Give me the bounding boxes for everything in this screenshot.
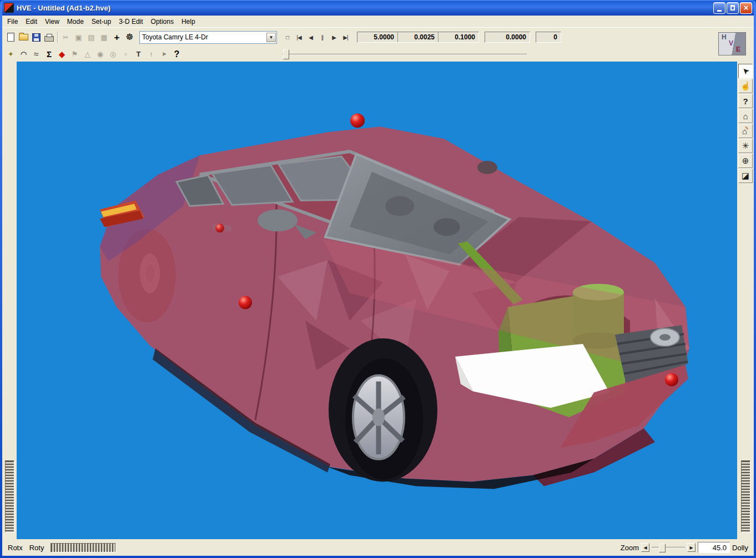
app-icon	[4, 3, 14, 13]
menu-edit[interactable]: Edit	[22, 17, 41, 27]
current-time-field[interactable]: 0.0000	[485, 32, 530, 43]
app-window: HVE - Untitled (Ad1-b2.hve) × File Edit …	[0, 0, 756, 558]
go-to-end-button[interactable]: ▶|	[340, 32, 351, 43]
menu-3d-edit[interactable]: 3-D Edit	[115, 17, 147, 27]
menu-options[interactable]: Options	[147, 17, 178, 27]
viewer-help-button[interactable]: ?	[738, 94, 753, 108]
burst-icon: ✳	[742, 141, 749, 151]
toolbar-separator	[57, 32, 58, 43]
camera-type-button[interactable]: ◪	[738, 169, 753, 183]
end-time-field[interactable]: 5.0000	[357, 32, 397, 42]
save-button[interactable]	[30, 31, 43, 43]
left-gutter	[2, 62, 17, 539]
grid-tool-button[interactable]: ▫	[119, 48, 132, 60]
minimize-button[interactable]	[713, 2, 725, 14]
ring-icon: ◎	[110, 50, 116, 58]
zoom-in-button[interactable]: ▶	[687, 543, 695, 552]
save-disk-icon	[32, 33, 41, 42]
warning-tool-button[interactable]: △	[81, 48, 94, 60]
step-back-button[interactable]: ◀	[305, 32, 316, 43]
text-tool-button[interactable]: T	[132, 48, 145, 60]
logo-letter-h: H	[722, 33, 727, 41]
waves-icon: ≈	[34, 50, 39, 59]
view-mode-button[interactable]: ☝	[738, 79, 753, 93]
open-file-button[interactable]	[17, 31, 30, 43]
zoom-slider[interactable]	[652, 543, 685, 552]
red-diamond-icon: ◆	[59, 50, 65, 58]
menu-file[interactable]: File	[3, 17, 22, 27]
close-button[interactable]: ×	[740, 2, 752, 14]
ring-tool-button[interactable]: ◎	[107, 48, 119, 60]
raise-tool-button[interactable]: ↑	[145, 48, 158, 60]
context-help-button[interactable]: ?	[170, 48, 183, 60]
new-file-button[interactable]	[4, 31, 17, 43]
rotx-thumbwheel[interactable]	[5, 460, 14, 532]
time-slider-track[interactable]	[283, 54, 527, 55]
flag-tool-button[interactable]: ⚑	[68, 48, 81, 60]
trajectory-tool-button[interactable]: ◠	[17, 48, 30, 60]
logo-letter-e: E	[736, 45, 740, 53]
add-object-button[interactable]: +	[110, 31, 123, 43]
zoom-label: Zoom	[621, 544, 639, 552]
cut-icon: ✂	[63, 34, 69, 41]
zoom-right-icon: ▶	[690, 545, 693, 550]
pencil-badge-icon: ✎	[745, 126, 749, 131]
variable-output-button[interactable]: Σ	[43, 48, 56, 60]
zoom-controls: Zoom ◀ ▶ 45.0 Dolly	[621, 542, 748, 553]
paste-button[interactable]: ▤	[85, 31, 98, 43]
set-home-view-button[interactable]: ⌂✎	[738, 124, 753, 138]
properties-button[interactable]: ▦	[98, 31, 110, 43]
small-square-icon: ▫	[124, 50, 127, 58]
zoom-out-button[interactable]: ◀	[641, 543, 649, 552]
seek-button[interactable]: ⊕	[738, 154, 753, 168]
frame-count-field[interactable]: 0	[536, 32, 561, 43]
time-slider-thumb[interactable]	[283, 49, 289, 59]
3d-viewport[interactable]	[17, 62, 737, 539]
maximize-icon	[730, 5, 735, 11]
print-button[interactable]	[43, 31, 56, 43]
skip-start-icon: |◀	[296, 34, 301, 40]
hve-logo: H V E	[718, 32, 746, 55]
pause-button[interactable]: ∥	[316, 32, 328, 43]
window-title: HVE - Untitled (Ad1-b2.hve)	[17, 4, 110, 12]
environment-tool-button[interactable]: ≈	[30, 48, 43, 60]
zoom-value-field[interactable]: 45.0	[698, 542, 730, 553]
hand-icon: ☝	[740, 81, 751, 91]
new-file-icon	[7, 33, 14, 42]
vehicle-mode-button[interactable]: ☸	[123, 31, 136, 43]
menu-setup[interactable]: Set-up	[88, 17, 115, 27]
front-wheel	[329, 338, 437, 481]
go-to-start-button[interactable]: |◀	[293, 32, 305, 43]
zoom-slider-thumb[interactable]	[659, 544, 666, 552]
copy-button[interactable]: ▣	[72, 31, 85, 43]
menu-help[interactable]: Help	[178, 17, 199, 27]
time-step-field[interactable]: 0.0025	[397, 32, 438, 42]
menu-mode[interactable]: Mode	[63, 17, 88, 27]
sigma-icon: Σ	[47, 50, 52, 58]
dolly-thumbwheel[interactable]	[741, 460, 750, 532]
active-object-combobox[interactable]: Toyota Camry LE 4-Dr ▼	[139, 31, 277, 44]
roty-thumbwheel[interactable]	[51, 543, 116, 552]
stop-button[interactable]: □	[281, 32, 293, 43]
title-bar[interactable]: HVE - Untitled (Ad1-b2.hve) ×	[2, 0, 754, 16]
close-icon: ×	[744, 3, 748, 12]
home-view-button[interactable]: ⌂	[738, 109, 753, 123]
maximize-button[interactable]	[727, 2, 739, 14]
target-tool-button[interactable]: ◉	[94, 48, 107, 60]
time-fields-group: 5.0000 0.0025 0.1000	[357, 32, 479, 43]
circle-icon: ◉	[97, 50, 103, 58]
pick-mode-button[interactable]: ➤	[738, 64, 753, 78]
perspective-icon: ◪	[742, 171, 749, 181]
toolbar-row-2: ✦ ◠ ≈ Σ ◆ ⚑ △ ◉ ◎ ▫ T ↑ ➤ ?	[2, 47, 754, 62]
step-forward-button[interactable]: ▶	[328, 32, 340, 43]
cut-button[interactable]: ✂	[59, 31, 72, 43]
damage-studio-button[interactable]: ◆	[56, 48, 68, 60]
occupant-tool-button[interactable]: ✦	[4, 48, 17, 60]
select-tool-button[interactable]: ➤	[158, 48, 170, 60]
menu-view[interactable]: View	[41, 17, 63, 27]
view-all-button[interactable]: ✳	[738, 139, 753, 153]
combobox-dropdown-button[interactable]: ▼	[266, 33, 276, 42]
pause-icon: ∥	[321, 34, 324, 40]
open-folder-icon	[19, 34, 28, 40]
output-interval-field[interactable]: 0.1000	[438, 32, 478, 42]
